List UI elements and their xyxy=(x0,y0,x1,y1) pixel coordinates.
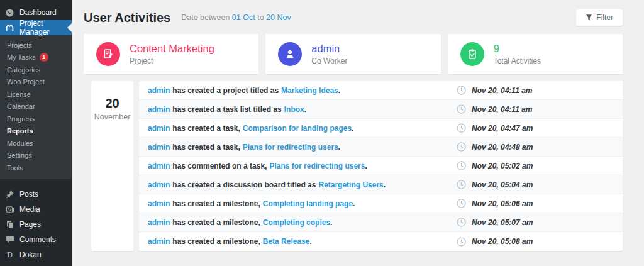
submenu-item[interactable]: Categories xyxy=(0,64,72,76)
comments-icon xyxy=(5,235,14,244)
activity-date-day: 20 xyxy=(91,96,133,111)
activity-object-link[interactable]: Plans for redirecting users xyxy=(269,162,365,170)
date-from-link[interactable]: 01 Oct xyxy=(232,13,255,22)
dashboard-icon xyxy=(5,8,14,18)
page-header: User Activities Date between 01 Oct to 2… xyxy=(84,8,623,28)
activity-row: adminhas created a task,Comparison for l… xyxy=(139,119,623,138)
pin-icon xyxy=(5,189,14,199)
activity-action-text: has created a milestone, xyxy=(172,218,260,227)
date-to-link[interactable]: 20 Nov xyxy=(266,13,291,22)
submenu-item[interactable]: Modules xyxy=(0,137,72,150)
coworker-icon xyxy=(278,42,302,66)
sidebar-item-comments[interactable]: Comments xyxy=(0,232,72,247)
activity-object-link[interactable]: Inbox xyxy=(284,105,304,114)
project-manager-logo-icon xyxy=(5,23,14,33)
actor-link[interactable]: admin xyxy=(148,124,170,133)
activity-timestamp: Nov 20, 05:02 am xyxy=(472,162,533,170)
activity-message: adminhas created a milestone,Beta Releas… xyxy=(148,237,312,246)
card-title: 9 xyxy=(494,43,541,55)
activity-row: adminhas created a project titled asMark… xyxy=(139,81,623,100)
sidebar-item-media[interactable]: Media xyxy=(0,202,72,217)
activity-action-text: has created a discussion board titled as xyxy=(172,180,316,189)
submenu-item[interactable]: Woo Project xyxy=(0,76,72,89)
activity-message: adminhas created a task,Plans for redire… xyxy=(148,143,340,152)
filter-button[interactable]: Filter xyxy=(576,9,623,26)
date-range-connector: to xyxy=(257,13,264,22)
project-manager-submenu: Projects My Tasks1 Categories Woo Projec… xyxy=(0,35,72,179)
clock-icon xyxy=(457,104,466,114)
sidebar-item-pages[interactable]: Pages xyxy=(0,217,72,232)
activity-message: adminhas created a task,Comparison for l… xyxy=(148,124,353,133)
activity-row: adminhas created a milestone,Completing … xyxy=(139,213,623,232)
activity-time: Nov 20, 05:06 am xyxy=(457,199,614,208)
submenu-item[interactable]: My Tasks1 xyxy=(0,52,72,64)
submenu-item[interactable]: Projects xyxy=(0,39,72,52)
activities-icon xyxy=(460,42,484,66)
coworker-summary-card: admin Co Worker xyxy=(265,34,440,74)
summary-cards: Content Marketing Project admin Co Worke… xyxy=(84,34,623,74)
submenu-item[interactable]: License xyxy=(0,88,72,101)
activity-action-text: has created a milestone, xyxy=(172,237,260,246)
activity-object-link[interactable]: Completing copies xyxy=(263,218,330,227)
activity-row: adminhas created a discussion board titl… xyxy=(139,175,623,194)
submenu-item[interactable]: Progress xyxy=(0,113,72,125)
activity-time: Nov 20, 04:47 am xyxy=(457,123,614,133)
activity-action-text: has commented on a task, xyxy=(172,162,267,170)
actor-link[interactable]: admin xyxy=(148,86,170,95)
submenu-item[interactable]: Calendar xyxy=(0,101,72,113)
activity-object-link[interactable]: Plans for redirecting users xyxy=(243,143,338,152)
activity-object-link[interactable]: Beta Release xyxy=(263,237,310,246)
sidebar-item-dokan[interactable]: D Dokan xyxy=(0,247,72,262)
sidebar-item-project-manager[interactable]: Project Manager xyxy=(0,20,72,35)
activity-message: adminhas created a discussion board titl… xyxy=(148,180,386,189)
actor-link[interactable]: admin xyxy=(148,199,170,208)
clock-icon xyxy=(457,199,466,208)
submenu-item[interactable]: Settings xyxy=(0,150,72,162)
activity-timestamp: Nov 20, 05:04 am xyxy=(472,180,533,189)
actor-link[interactable]: admin xyxy=(148,143,170,152)
activity-timestamp: Nov 20, 04:47 am xyxy=(472,124,533,133)
submenu-item[interactable]: Tools xyxy=(0,162,72,174)
activity-object-link[interactable]: Comparison for landing pages xyxy=(243,124,352,133)
clock-icon xyxy=(457,161,466,170)
count-badge: 1 xyxy=(40,53,48,62)
menu-divider xyxy=(0,179,72,187)
card-subtitle: Co Worker xyxy=(311,57,347,65)
clock-icon xyxy=(457,218,466,227)
activity-timestamp: Nov 20, 04:48 am xyxy=(472,143,533,152)
activity-time: Nov 20, 04:48 am xyxy=(457,142,614,152)
sentence-period: . xyxy=(330,218,332,227)
filter-icon xyxy=(586,14,592,21)
activity-message: adminhas created a milestone,Completing … xyxy=(148,199,355,208)
activity-date-card: 20 November xyxy=(91,81,133,251)
actor-link[interactable]: admin xyxy=(148,180,170,189)
activity-time: Nov 20, 05:02 am xyxy=(457,161,614,170)
submenu-item[interactable]: Reports xyxy=(0,125,72,138)
date-range: Date between 01 Oct to 20 Nov xyxy=(181,13,291,22)
clock-icon xyxy=(457,123,466,133)
actor-link[interactable]: admin xyxy=(148,237,170,246)
pages-icon xyxy=(5,219,14,229)
activity-date-month: November xyxy=(91,113,133,121)
activity-time: Nov 20, 04:11 am xyxy=(457,86,614,95)
total-activities-summary-card: 9 Total Activities xyxy=(448,34,623,74)
activity-object-link[interactable]: Completing landing page xyxy=(263,199,353,208)
activity-message: adminhas created a milestone,Completing … xyxy=(148,218,332,227)
sidebar-item-posts[interactable]: Posts xyxy=(0,187,72,202)
sentence-period: . xyxy=(338,86,340,95)
activity-timestamp: Nov 20, 04:11 am xyxy=(472,105,533,114)
activity-message: adminhas created a task list titled asIn… xyxy=(148,105,306,114)
card-title: admin xyxy=(311,43,347,55)
activity-time: Nov 20, 04:11 am xyxy=(457,104,614,114)
actor-link[interactable]: admin xyxy=(148,218,170,227)
actor-link[interactable]: admin xyxy=(148,105,170,114)
clock-icon xyxy=(457,142,466,152)
activity-object-link[interactable]: Retargeting Users xyxy=(318,180,383,189)
activity-object-link[interactable]: Marketing Ideas xyxy=(281,86,338,95)
card-subtitle: Total Activities xyxy=(494,57,541,65)
actor-link[interactable]: admin xyxy=(148,162,170,170)
sentence-period: . xyxy=(384,180,386,189)
sentence-period: . xyxy=(353,199,355,208)
sidebar-item-dashboard[interactable]: Dashboard xyxy=(0,5,72,20)
admin-sidebar: Dashboard Project Manager Projects My Ta… xyxy=(0,0,72,266)
